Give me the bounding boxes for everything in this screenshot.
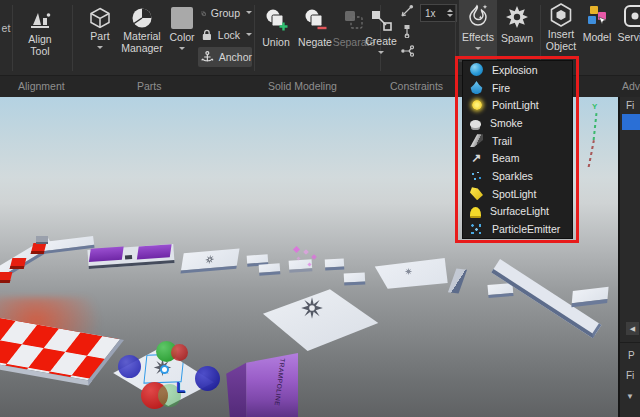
- surfacelight-icon: [470, 207, 481, 218]
- lock-icon: [201, 28, 213, 42]
- part-button[interactable]: Part: [80, 0, 120, 54]
- service-button[interactable]: Service: [615, 0, 640, 43]
- purple-striped-platform[interactable]: [87, 244, 174, 269]
- insert-object-label-1: Insert: [543, 28, 579, 40]
- rod-constraint-icon: [400, 24, 414, 38]
- menu-item-sparkles[interactable]: Sparkles: [463, 167, 572, 185]
- menu-item-label: Trail: [492, 135, 512, 147]
- small-platform[interactable]: [259, 263, 281, 275]
- decal-platform[interactable]: [374, 255, 450, 291]
- small-platform[interactable]: [571, 287, 608, 308]
- menu-item-smoke[interactable]: Smoke: [463, 114, 572, 132]
- thin-block-part[interactable]: [448, 268, 467, 293]
- anchor-icon: [201, 50, 214, 64]
- union-label: Union: [257, 36, 295, 48]
- insert-object-button[interactable]: Insert Object: [543, 0, 579, 52]
- pink-particle: [293, 246, 300, 253]
- create-dropdown-caret: [378, 51, 384, 57]
- color-button[interactable]: Color: [164, 0, 200, 55]
- part-cube-icon: [88, 6, 112, 30]
- effects-flame-icon: [465, 3, 491, 29]
- clipped-left-button[interactable]: et: [0, 22, 12, 34]
- panel-collapse-button[interactable]: ◀: [626, 322, 639, 335]
- menu-item-label: Smoke: [490, 117, 523, 129]
- group-button[interactable]: Group: [198, 3, 252, 23]
- constraint-tool-2-button[interactable]: [398, 24, 416, 40]
- menu-item-beam[interactable]: ↗Beam: [463, 150, 572, 168]
- clipped-left-button-label: et: [2, 22, 11, 34]
- constraint-tool-1-button[interactable]: [398, 4, 416, 20]
- section-parts: Parts: [137, 80, 162, 92]
- y-axis-label: Y: [592, 102, 597, 111]
- menu-item-explosion[interactable]: Explosion: [463, 61, 572, 79]
- menu-item-label: PointLight: [492, 99, 539, 111]
- particleemitter-icon: [470, 223, 483, 236]
- negate-label: Negate: [295, 36, 335, 48]
- spawn-icon: [505, 5, 529, 29]
- red-ball-part[interactable]: [171, 344, 188, 361]
- align-tool-button[interactable]: Align Tool: [16, 0, 64, 57]
- part-dropdown-caret: [97, 46, 103, 52]
- menu-item-pointlight[interactable]: PointLight: [463, 96, 572, 114]
- menu-item-particleemitter[interactable]: ParticleEmitter: [463, 220, 572, 238]
- menu-item-label: SurfaceLight: [490, 205, 549, 217]
- group-label: Group: [211, 7, 240, 19]
- constraint-tool-3-button[interactable]: [398, 44, 416, 60]
- hinge-constraint-icon: [400, 44, 414, 58]
- trail-icon: [470, 134, 483, 147]
- explosion-icon: [470, 63, 483, 76]
- right-docked-panels: Fi ◀ P Fi ▼: [618, 96, 640, 417]
- anchor-button[interactable]: Anchor: [198, 47, 252, 67]
- pointlight-icon: [472, 100, 482, 110]
- menu-item-label: ParticleEmitter: [492, 223, 560, 235]
- lock-button[interactable]: Lock: [198, 25, 252, 45]
- menu-item-fire[interactable]: Fire: [463, 79, 572, 97]
- weld-constraint-icon: [400, 4, 414, 18]
- small-platform[interactable]: [325, 259, 345, 271]
- menu-item-label: Fire: [492, 82, 510, 94]
- smoke-icon: [470, 120, 481, 128]
- star-platform[interactable]: [258, 283, 382, 353]
- gray-block-part[interactable]: [36, 236, 48, 244]
- color-label: Color: [164, 31, 200, 43]
- align-tool-icon: [27, 7, 53, 33]
- effects-dropdown-caret: [475, 47, 481, 53]
- negate-button[interactable]: Negate: [295, 0, 335, 48]
- material-manager-button[interactable]: Material Manager: [120, 0, 164, 54]
- color-dropdown-caret: [179, 47, 185, 53]
- material-manager-label-1: Material: [120, 30, 164, 42]
- red-block-part[interactable]: [0, 272, 12, 283]
- effects-button[interactable]: Effects: [459, 0, 497, 62]
- red-block-part[interactable]: [10, 258, 27, 269]
- panel-dropdown-arrow[interactable]: ▼: [626, 392, 634, 401]
- menu-item-trail[interactable]: Trail: [463, 132, 572, 150]
- scale-spinner[interactable]: 1x: [420, 4, 457, 22]
- selection-center-handle[interactable]: [160, 365, 169, 374]
- explorer-filter-clipped[interactable]: Fi: [626, 100, 634, 111]
- y-axis-dashed-line: [593, 113, 598, 141]
- spawn-pad-platform[interactable]: [180, 248, 239, 273]
- model-button[interactable]: Model: [580, 0, 614, 43]
- section-solid-modeling: Solid Modeling: [268, 80, 337, 92]
- blue-ball-part[interactable]: [118, 355, 141, 378]
- material-manager-icon: [130, 6, 154, 30]
- red-block-part[interactable]: [31, 243, 47, 254]
- spawn-button[interactable]: Spawn: [499, 0, 535, 44]
- union-button[interactable]: Union: [257, 0, 295, 48]
- insert-object-icon: [548, 2, 574, 28]
- menu-item-spotlight[interactable]: SpotLight: [463, 185, 572, 203]
- trampoline-part[interactable]: TRAMPOLINE: [224, 353, 298, 417]
- negate-icon: [302, 7, 328, 33]
- part-label: Part: [80, 30, 120, 42]
- insert-object-label-2: Object: [543, 40, 579, 52]
- blue-ball-part[interactable]: [195, 366, 220, 391]
- service-icon: [623, 4, 640, 28]
- properties-filter-clipped[interactable]: Fi: [626, 370, 634, 381]
- explorer-selected-row[interactable]: [622, 114, 640, 130]
- sparkles-icon: [470, 170, 483, 183]
- create-constraint-button[interactable]: Create: [363, 0, 399, 59]
- menu-item-surfacelight[interactable]: SurfaceLight: [463, 203, 572, 221]
- spawn-decal-icon: [201, 253, 218, 266]
- small-platform[interactable]: [344, 272, 366, 285]
- small-platform[interactable]: [487, 283, 513, 298]
